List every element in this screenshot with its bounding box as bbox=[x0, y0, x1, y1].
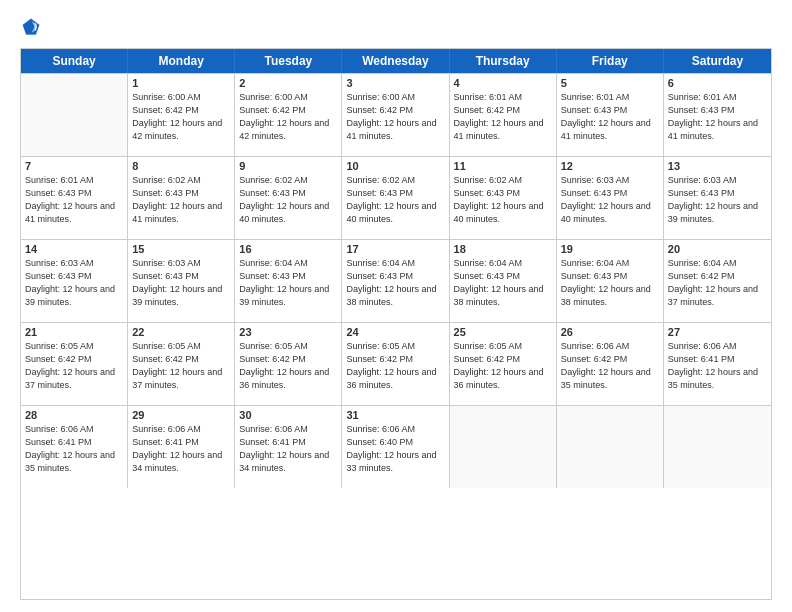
day-number: 8 bbox=[132, 160, 230, 172]
day-number: 10 bbox=[346, 160, 444, 172]
day-number: 5 bbox=[561, 77, 659, 89]
header bbox=[20, 16, 772, 38]
sunrise-label: Sunrise: 6:02 AM bbox=[346, 175, 415, 185]
calendar-cell: 22Sunrise: 6:05 AMSunset: 6:42 PMDayligh… bbox=[128, 323, 235, 405]
sunrise-label: Sunrise: 6:03 AM bbox=[132, 258, 201, 268]
day-header-monday: Monday bbox=[128, 49, 235, 73]
day-number: 3 bbox=[346, 77, 444, 89]
day-number: 19 bbox=[561, 243, 659, 255]
calendar-cell: 16Sunrise: 6:04 AMSunset: 6:43 PMDayligh… bbox=[235, 240, 342, 322]
sunrise-label: Sunrise: 6:00 AM bbox=[132, 92, 201, 102]
calendar-week-2: 7Sunrise: 6:01 AMSunset: 6:43 PMDaylight… bbox=[21, 156, 771, 239]
day-detail: Sunrise: 6:01 AMSunset: 6:42 PMDaylight:… bbox=[454, 91, 552, 143]
day-detail: Sunrise: 6:02 AMSunset: 6:43 PMDaylight:… bbox=[132, 174, 230, 226]
calendar-cell: 18Sunrise: 6:04 AMSunset: 6:43 PMDayligh… bbox=[450, 240, 557, 322]
daylight-label: Daylight: 12 hours and 38 minutes. bbox=[561, 284, 651, 307]
calendar-cell: 29Sunrise: 6:06 AMSunset: 6:41 PMDayligh… bbox=[128, 406, 235, 488]
calendar-cell: 1Sunrise: 6:00 AMSunset: 6:42 PMDaylight… bbox=[128, 74, 235, 156]
daylight-label: Daylight: 12 hours and 41 minutes. bbox=[454, 118, 544, 141]
calendar-cell: 7Sunrise: 6:01 AMSunset: 6:43 PMDaylight… bbox=[21, 157, 128, 239]
day-header-sunday: Sunday bbox=[21, 49, 128, 73]
daylight-label: Daylight: 12 hours and 39 minutes. bbox=[132, 284, 222, 307]
sunset-label: Sunset: 6:42 PM bbox=[132, 105, 199, 115]
day-detail: Sunrise: 6:00 AMSunset: 6:42 PMDaylight:… bbox=[346, 91, 444, 143]
sunset-label: Sunset: 6:43 PM bbox=[239, 188, 306, 198]
day-detail: Sunrise: 6:00 AMSunset: 6:42 PMDaylight:… bbox=[239, 91, 337, 143]
day-header-tuesday: Tuesday bbox=[235, 49, 342, 73]
day-number: 18 bbox=[454, 243, 552, 255]
sunrise-label: Sunrise: 6:01 AM bbox=[454, 92, 523, 102]
day-detail: Sunrise: 6:04 AMSunset: 6:43 PMDaylight:… bbox=[239, 257, 337, 309]
sunset-label: Sunset: 6:42 PM bbox=[239, 354, 306, 364]
sunrise-label: Sunrise: 6:04 AM bbox=[346, 258, 415, 268]
sunset-label: Sunset: 6:43 PM bbox=[346, 188, 413, 198]
sunrise-label: Sunrise: 6:02 AM bbox=[239, 175, 308, 185]
daylight-label: Daylight: 12 hours and 42 minutes. bbox=[239, 118, 329, 141]
sunrise-label: Sunrise: 6:03 AM bbox=[25, 258, 94, 268]
calendar-cell: 28Sunrise: 6:06 AMSunset: 6:41 PMDayligh… bbox=[21, 406, 128, 488]
daylight-label: Daylight: 12 hours and 40 minutes. bbox=[454, 201, 544, 224]
sunset-label: Sunset: 6:43 PM bbox=[454, 271, 521, 281]
calendar-cell: 19Sunrise: 6:04 AMSunset: 6:43 PMDayligh… bbox=[557, 240, 664, 322]
sunset-label: Sunset: 6:42 PM bbox=[454, 354, 521, 364]
sunrise-label: Sunrise: 6:06 AM bbox=[346, 424, 415, 434]
calendar-cell: 25Sunrise: 6:05 AMSunset: 6:42 PMDayligh… bbox=[450, 323, 557, 405]
day-detail: Sunrise: 6:04 AMSunset: 6:43 PMDaylight:… bbox=[561, 257, 659, 309]
sunrise-label: Sunrise: 6:01 AM bbox=[25, 175, 94, 185]
sunset-label: Sunset: 6:43 PM bbox=[132, 271, 199, 281]
sunrise-label: Sunrise: 6:04 AM bbox=[239, 258, 308, 268]
day-number: 4 bbox=[454, 77, 552, 89]
calendar-cell: 4Sunrise: 6:01 AMSunset: 6:42 PMDaylight… bbox=[450, 74, 557, 156]
sunrise-label: Sunrise: 6:06 AM bbox=[239, 424, 308, 434]
sunrise-label: Sunrise: 6:04 AM bbox=[561, 258, 630, 268]
calendar-week-4: 21Sunrise: 6:05 AMSunset: 6:42 PMDayligh… bbox=[21, 322, 771, 405]
day-detail: Sunrise: 6:00 AMSunset: 6:42 PMDaylight:… bbox=[132, 91, 230, 143]
sunrise-label: Sunrise: 6:01 AM bbox=[561, 92, 630, 102]
day-detail: Sunrise: 6:02 AMSunset: 6:43 PMDaylight:… bbox=[454, 174, 552, 226]
day-detail: Sunrise: 6:04 AMSunset: 6:42 PMDaylight:… bbox=[668, 257, 767, 309]
day-detail: Sunrise: 6:05 AMSunset: 6:42 PMDaylight:… bbox=[346, 340, 444, 392]
daylight-label: Daylight: 12 hours and 41 minutes. bbox=[25, 201, 115, 224]
sunrise-label: Sunrise: 6:05 AM bbox=[239, 341, 308, 351]
daylight-label: Daylight: 12 hours and 36 minutes. bbox=[239, 367, 329, 390]
sunset-label: Sunset: 6:43 PM bbox=[239, 271, 306, 281]
sunset-label: Sunset: 6:42 PM bbox=[25, 354, 92, 364]
sunrise-label: Sunrise: 6:00 AM bbox=[239, 92, 308, 102]
daylight-label: Daylight: 12 hours and 42 minutes. bbox=[132, 118, 222, 141]
sunrise-label: Sunrise: 6:04 AM bbox=[454, 258, 523, 268]
daylight-label: Daylight: 12 hours and 39 minutes. bbox=[239, 284, 329, 307]
daylight-label: Daylight: 12 hours and 35 minutes. bbox=[668, 367, 758, 390]
daylight-label: Daylight: 12 hours and 35 minutes. bbox=[561, 367, 651, 390]
day-detail: Sunrise: 6:03 AMSunset: 6:43 PMDaylight:… bbox=[561, 174, 659, 226]
day-number: 25 bbox=[454, 326, 552, 338]
calendar-cell: 26Sunrise: 6:06 AMSunset: 6:42 PMDayligh… bbox=[557, 323, 664, 405]
sunset-label: Sunset: 6:43 PM bbox=[668, 188, 735, 198]
sunset-label: Sunset: 6:43 PM bbox=[561, 105, 628, 115]
day-number: 28 bbox=[25, 409, 123, 421]
daylight-label: Daylight: 12 hours and 39 minutes. bbox=[668, 201, 758, 224]
calendar-cell: 27Sunrise: 6:06 AMSunset: 6:41 PMDayligh… bbox=[664, 323, 771, 405]
calendar-body: 1Sunrise: 6:00 AMSunset: 6:42 PMDaylight… bbox=[21, 73, 771, 488]
day-number: 29 bbox=[132, 409, 230, 421]
sunset-label: Sunset: 6:43 PM bbox=[561, 188, 628, 198]
sunset-label: Sunset: 6:42 PM bbox=[561, 354, 628, 364]
day-number: 7 bbox=[25, 160, 123, 172]
day-number: 2 bbox=[239, 77, 337, 89]
day-number: 1 bbox=[132, 77, 230, 89]
sunset-label: Sunset: 6:43 PM bbox=[25, 188, 92, 198]
calendar-cell bbox=[21, 74, 128, 156]
sunset-label: Sunset: 6:41 PM bbox=[668, 354, 735, 364]
day-header-wednesday: Wednesday bbox=[342, 49, 449, 73]
day-number: 21 bbox=[25, 326, 123, 338]
sunset-label: Sunset: 6:43 PM bbox=[668, 105, 735, 115]
calendar-cell: 6Sunrise: 6:01 AMSunset: 6:43 PMDaylight… bbox=[664, 74, 771, 156]
calendar-cell: 14Sunrise: 6:03 AMSunset: 6:43 PMDayligh… bbox=[21, 240, 128, 322]
day-number: 14 bbox=[25, 243, 123, 255]
sunrise-label: Sunrise: 6:04 AM bbox=[668, 258, 737, 268]
day-detail: Sunrise: 6:01 AMSunset: 6:43 PMDaylight:… bbox=[668, 91, 767, 143]
calendar-cell: 23Sunrise: 6:05 AMSunset: 6:42 PMDayligh… bbox=[235, 323, 342, 405]
sunrise-label: Sunrise: 6:01 AM bbox=[668, 92, 737, 102]
day-number: 9 bbox=[239, 160, 337, 172]
day-number: 31 bbox=[346, 409, 444, 421]
calendar-cell: 5Sunrise: 6:01 AMSunset: 6:43 PMDaylight… bbox=[557, 74, 664, 156]
